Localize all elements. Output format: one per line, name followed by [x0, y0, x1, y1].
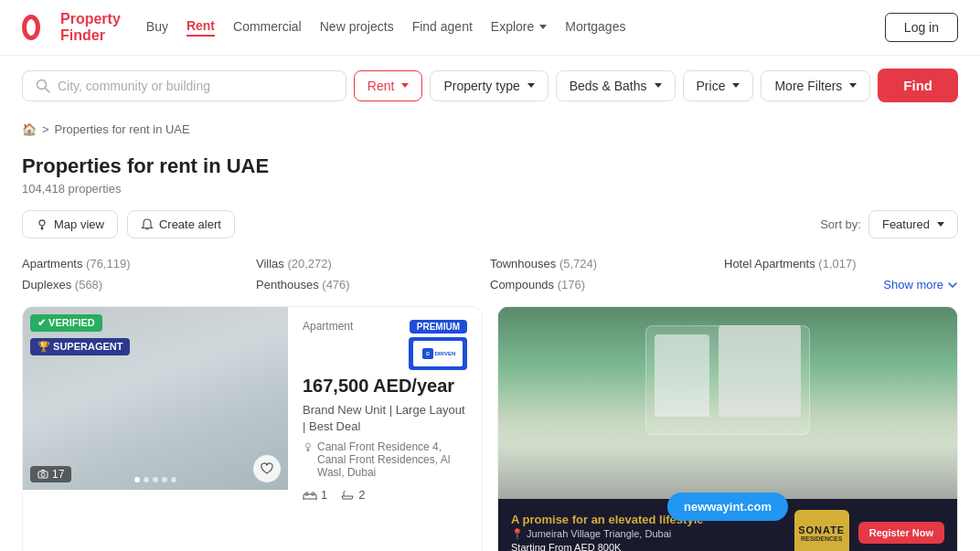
superagent-badge: 🏆 SUPERAGENT	[30, 338, 130, 355]
bath-icon	[340, 490, 355, 501]
listings: ✔ VERIFIED 🏆 SUPERAGENT 17 Apartment	[0, 306, 980, 551]
nav-mortgages[interactable]: Mortgages	[565, 19, 625, 36]
page-header: Properties for rent in UAE 104,418 prope…	[0, 143, 980, 199]
camera-icon	[37, 469, 48, 480]
ad-brand-name: SONATE RESIDENCES	[798, 525, 845, 542]
sort-select[interactable]: Featured	[868, 210, 958, 238]
breadcrumb: 🏠 > Properties for rent in UAE	[0, 115, 980, 143]
bath-spec: 2	[340, 488, 365, 502]
login-button[interactable]: Log in	[885, 13, 958, 42]
breadcrumb-home[interactable]: 🏠	[22, 122, 37, 136]
listing-type: Apartment	[303, 320, 353, 333]
listing-details: Apartment PREMIUM D DRIVEN 167,500 AED/y…	[288, 307, 482, 514]
search-bar: Rent Property type Beds & Baths Price Mo…	[0, 56, 980, 115]
ad-location: 📍 Jumeirah Village Triangle, Dubai	[511, 528, 785, 540]
search-input-wrap[interactable]	[22, 70, 346, 101]
agent-logo-inner: D DRIVEN	[413, 341, 463, 366]
prop-type-duplexes[interactable]: Duplexes (568)	[22, 278, 256, 291]
svg-point-6	[41, 473, 45, 477]
listing-price: 167,500 AED/year	[303, 376, 467, 397]
location-icon	[303, 441, 314, 452]
svg-point-4	[39, 220, 45, 226]
prop-type-compounds[interactable]: Compounds (176)	[490, 278, 724, 291]
svg-point-1	[27, 19, 36, 36]
main-nav: Buy Rent Commercial New projects Find ag…	[146, 18, 885, 37]
sort-area: Sort by: Featured	[820, 210, 958, 238]
toolbar: Map view Create alert Sort by: Featured	[0, 199, 980, 249]
rent-filter[interactable]: Rent	[354, 70, 423, 101]
svg-line-3	[46, 88, 50, 92]
agent-icon: D	[421, 346, 435, 361]
page-count: 104,418 properties	[22, 182, 958, 196]
prop-type-penthouses[interactable]: Penthouses (476)	[256, 278, 490, 291]
logo-icon	[22, 11, 55, 44]
ad-image	[498, 307, 957, 499]
chevron-down-icon	[947, 280, 958, 291]
bed-spec: 1	[303, 488, 327, 502]
register-button[interactable]: Register Now	[858, 522, 944, 544]
listing-type-row: Apartment PREMIUM D DRIVEN	[303, 320, 467, 370]
nav-find-agent[interactable]: Find agent	[412, 19, 473, 36]
svg-point-9	[306, 443, 311, 448]
nav-explore[interactable]: Explore	[491, 19, 547, 36]
listing-image: ✔ VERIFIED 🏆 SUPERAGENT 17	[23, 307, 288, 490]
listing-card-main: ✔ VERIFIED 🏆 SUPERAGENT 17 Apartment	[22, 306, 483, 551]
sort-label: Sort by:	[820, 217, 861, 231]
agent-logo: D DRIVEN	[409, 337, 467, 370]
breadcrumb-sep: >	[42, 122, 49, 136]
search-input[interactable]	[58, 79, 333, 93]
listing-description: Brand New Unit | Large Layout | Best Dea…	[303, 402, 467, 435]
watermark: newwayint.com	[667, 493, 788, 521]
image-count: 17	[30, 466, 71, 482]
more-filters-filter[interactable]: More Filters	[761, 70, 870, 101]
listing-specs: 1 2	[303, 488, 467, 502]
save-button[interactable]	[253, 455, 281, 482]
breadcrumb-current: Properties for rent in UAE	[55, 122, 190, 136]
svg-text:D: D	[426, 351, 430, 356]
create-alert-button[interactable]: Create alert	[127, 210, 235, 238]
map-view-button[interactable]: Map view	[22, 210, 118, 238]
prop-type-hotel-apartments[interactable]: Hotel Apartments (1,017)	[724, 257, 958, 270]
nav-commercial[interactable]: Commercial	[233, 19, 302, 36]
nav-new-projects[interactable]: New projects	[320, 19, 394, 36]
show-more-button[interactable]: Show more	[724, 278, 958, 291]
listing-photo	[23, 307, 288, 490]
nav-buy[interactable]: Buy	[146, 19, 168, 36]
price-filter[interactable]: Price	[683, 70, 754, 101]
header-actions: Log in	[885, 13, 958, 42]
heart-icon	[261, 462, 273, 475]
ad-card: A promise for an elevated lifestyle 📍 Ju…	[497, 306, 958, 551]
property-types: Apartments (76,119) Villas (20,272) Town…	[0, 249, 980, 306]
logo-text: PropertyFinder	[60, 11, 121, 43]
listing-main: ✔ VERIFIED 🏆 SUPERAGENT 17 Apartment	[23, 307, 482, 514]
image-dots	[134, 477, 176, 482]
beds-baths-filter[interactable]: Beds & Baths	[556, 70, 676, 101]
property-type-filter[interactable]: Property type	[430, 70, 548, 101]
header: PropertyFinder Buy Rent Commercial New p…	[0, 0, 980, 56]
logo[interactable]: PropertyFinder	[22, 11, 121, 44]
page-title: Properties for rent in UAE	[22, 154, 958, 178]
verified-badge: ✔ VERIFIED	[30, 314, 102, 332]
bell-icon	[141, 218, 154, 231]
bed-icon	[303, 490, 317, 501]
listing-address: Canal Front Residence 4, Canal Front Res…	[303, 440, 467, 479]
prop-type-villas[interactable]: Villas (20,272)	[256, 257, 490, 270]
search-icon	[36, 79, 50, 93]
prop-type-townhouses[interactable]: Townhouses (5,724)	[490, 257, 724, 270]
find-button[interactable]: Find	[878, 69, 958, 102]
ad-logo-box: SONATE RESIDENCES	[794, 510, 849, 551]
map-icon	[36, 218, 48, 231]
prop-type-apartments[interactable]: Apartments (76,119)	[22, 257, 256, 270]
premium-badge: PREMIUM	[410, 320, 467, 334]
ad-price: Starting From AED 800K	[511, 542, 785, 551]
nav-rent[interactable]: Rent	[186, 18, 215, 37]
